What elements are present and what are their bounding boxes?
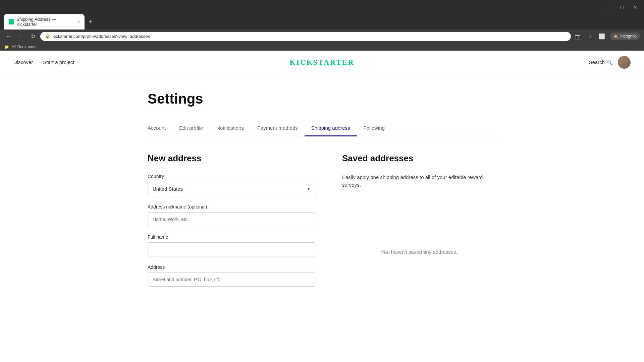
start-project-link[interactable]: Start a project	[43, 59, 74, 65]
bookmarks-folder-icon: 📁	[4, 45, 9, 49]
maximize-button[interactable]: □	[617, 3, 627, 12]
user-avatar[interactable]	[618, 56, 631, 69]
incognito-icon: 🕵	[613, 34, 618, 39]
url-text: kickstarter.com/profile/addresses?view=a…	[53, 34, 150, 39]
address-bar[interactable]: 🔒 kickstarter.com/profile/addresses?view…	[40, 32, 571, 41]
discover-link[interactable]: Discover	[13, 59, 33, 65]
nav-left: Discover Start a project	[13, 59, 74, 65]
browser-titlebar: – □ ×	[0, 0, 644, 14]
minimize-button[interactable]: –	[604, 3, 613, 12]
nav-right: Search 🔍	[589, 56, 631, 69]
reload-button[interactable]: ↻	[28, 32, 38, 41]
page-title: Settings	[148, 91, 496, 107]
settings-columns: New address Country United States United…	[148, 153, 496, 295]
full-name-field-group: Full name	[148, 234, 315, 256]
incognito-badge: 🕵 Incognito	[610, 33, 640, 40]
search-label: Search	[589, 59, 605, 65]
tab-bar: Shipping Address — Kickstarter × +	[0, 14, 644, 29]
lock-icon: 🔒	[45, 34, 50, 39]
nickname-input[interactable]	[148, 212, 315, 226]
back-button[interactable]: ←	[4, 32, 13, 41]
bookmarks-label: All Bookmarks	[12, 45, 38, 49]
address-field-group: Address	[148, 264, 315, 287]
address-input[interactable]	[148, 273, 315, 287]
star-icon[interactable]: ☆	[586, 32, 594, 41]
camera-icon[interactable]: 📷	[574, 32, 583, 41]
tab-notifications[interactable]: Notifications	[210, 120, 251, 136]
country-select-wrapper: United States United Kingdom Canada Aust…	[148, 182, 315, 196]
tab-payment-methods[interactable]: Payment methods	[251, 120, 305, 136]
browser-toolbar: ← → ↻ 🔒 kickstarter.com/profile/addresse…	[0, 29, 644, 43]
tablet-icon[interactable]: ⬜	[597, 32, 606, 41]
site-nav: Discover Start a project KICKSTARTER Sea…	[0, 51, 644, 74]
saved-addresses-description: Easily apply one shipping address to all…	[342, 174, 496, 189]
tab-following[interactable]: Following	[357, 120, 391, 136]
full-name-input[interactable]	[148, 242, 315, 256]
tab-close-button[interactable]: ×	[77, 19, 80, 24]
toolbar-right: 📷 ☆ ⬜ 🕵 Incognito	[574, 32, 640, 41]
tab-title: Shipping Address — Kickstarter	[16, 17, 75, 27]
country-label: Country	[148, 174, 315, 179]
search-icon: 🔍	[607, 60, 612, 65]
tab-favicon	[9, 19, 14, 24]
country-field-group: Country United States United Kingdom Can…	[148, 174, 315, 196]
new-address-title: New address	[148, 153, 315, 164]
bookmarks-bar: 📁 All Bookmarks	[0, 43, 644, 51]
nickname-label: Address nickname (optional)	[148, 204, 315, 209]
new-address-form: New address Country United States United…	[148, 153, 315, 295]
active-tab[interactable]: Shipping Address — Kickstarter ×	[4, 14, 85, 29]
address-label: Address	[148, 264, 315, 270]
forward-button[interactable]: →	[16, 32, 25, 41]
incognito-label: Incognito	[620, 34, 637, 39]
search-button[interactable]: Search 🔍	[589, 59, 612, 65]
tab-shipping-address[interactable]: Shipping address	[305, 120, 357, 136]
new-tab-button[interactable]: +	[86, 17, 95, 27]
saved-addresses-title: Saved addresses	[342, 153, 496, 164]
no-addresses-message: You haven't saved any addresses.	[342, 249, 496, 255]
settings-tabs: Account Edit profile Notifications Payme…	[148, 120, 496, 136]
full-name-label: Full name	[148, 234, 315, 240]
site-logo[interactable]: KICKSTARTER	[289, 58, 354, 67]
page-content: Discover Start a project KICKSTARTER Sea…	[0, 51, 644, 325]
tab-account[interactable]: Account	[148, 120, 172, 136]
browser-chrome: – □ × Shipping Address — Kickstarter × +…	[0, 0, 644, 51]
saved-addresses-section: Saved addresses Easily apply one shippin…	[342, 153, 496, 295]
main-content: Settings Account Edit profile Notificati…	[121, 74, 523, 315]
close-button[interactable]: ×	[631, 3, 640, 12]
nickname-field-group: Address nickname (optional)	[148, 204, 315, 226]
tab-edit-profile[interactable]: Edit profile	[172, 120, 210, 136]
country-select[interactable]: United States United Kingdom Canada Aust…	[148, 182, 315, 196]
avatar-image	[618, 56, 631, 69]
